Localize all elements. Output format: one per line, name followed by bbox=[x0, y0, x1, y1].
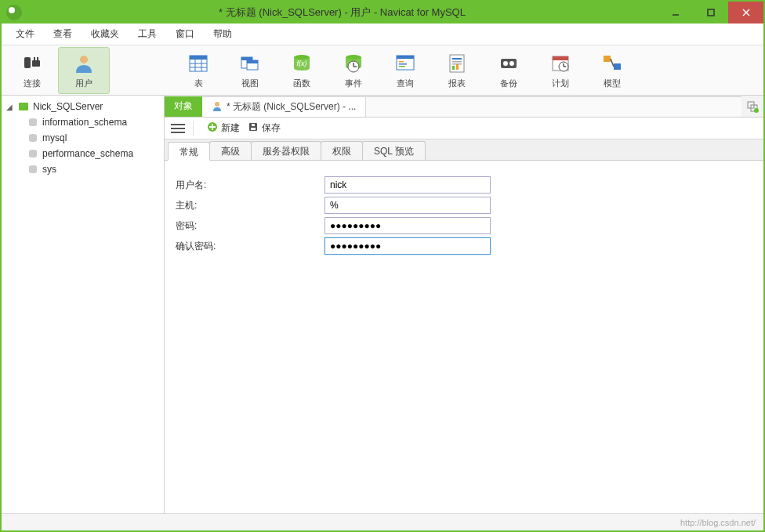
database-icon bbox=[27, 163, 39, 176]
toolbar-event[interactable]: 事件 bbox=[328, 47, 379, 94]
tree-connection[interactable]: ◢ Nick_SQLServer bbox=[2, 99, 164, 114]
svg-point-8 bbox=[80, 56, 88, 63]
toolbar-model[interactable]: 模型 bbox=[586, 47, 638, 94]
svg-text:f(x): f(x) bbox=[297, 60, 307, 67]
toolbar-schedule[interactable]: 计划 bbox=[535, 47, 586, 94]
subtab-general[interactable]: 常规 bbox=[168, 142, 210, 161]
svg-rect-18 bbox=[247, 60, 258, 63]
menu-icon[interactable] bbox=[171, 121, 185, 136]
svg-rect-61 bbox=[252, 124, 255, 126]
event-icon bbox=[341, 51, 366, 76]
table-icon bbox=[186, 51, 211, 76]
toolbar-function[interactable]: f(x) 函数 bbox=[276, 47, 328, 94]
toolbar-connection[interactable]: 连接 bbox=[6, 47, 58, 94]
label-confirm-password: 确认密码: bbox=[176, 240, 324, 253]
svg-rect-4 bbox=[24, 57, 31, 68]
svg-rect-28 bbox=[399, 63, 407, 65]
menu-window[interactable]: 窗口 bbox=[168, 24, 202, 44]
svg-rect-7 bbox=[37, 57, 38, 60]
svg-rect-26 bbox=[397, 56, 414, 59]
svg-rect-34 bbox=[452, 66, 455, 70]
svg-point-38 bbox=[509, 61, 514, 66]
toolbar-table[interactable]: 表 bbox=[172, 47, 224, 94]
svg-rect-16 bbox=[241, 57, 252, 60]
tree-db-sys[interactable]: sys bbox=[2, 161, 164, 177]
save-button[interactable]: 保存 bbox=[248, 121, 281, 135]
tree-root-label: Nick_SQLServer bbox=[33, 101, 103, 112]
menu-help[interactable]: 帮助 bbox=[205, 24, 240, 44]
menu-file[interactable]: 文件 bbox=[8, 24, 42, 44]
property-tabs: 常规 高级 服务器权限 权限 SQL 预览 bbox=[165, 139, 763, 160]
subtab-server-privileges[interactable]: 服务器权限 bbox=[251, 141, 321, 160]
document-tabs: 对象 * 无标题 (Nick_SQLServer) - ... bbox=[165, 96, 763, 118]
subtab-sql-preview[interactable]: SQL 预览 bbox=[362, 141, 426, 160]
caret-icon: ◢ bbox=[6, 103, 14, 111]
backup-icon bbox=[496, 51, 521, 76]
toolbar-user[interactable]: 用户 bbox=[58, 47, 110, 94]
input-host[interactable] bbox=[324, 197, 491, 214]
database-icon bbox=[27, 147, 39, 160]
toolbar-report[interactable]: 报表 bbox=[431, 47, 483, 94]
svg-rect-35 bbox=[456, 64, 459, 70]
svg-rect-44 bbox=[604, 56, 611, 62]
subtab-advanced[interactable]: 高级 bbox=[209, 141, 252, 160]
label-host: 主机: bbox=[176, 199, 324, 212]
menu-tools[interactable]: 工具 bbox=[130, 24, 165, 44]
svg-rect-6 bbox=[34, 57, 35, 60]
window-title: * 无标题 (Nick_SQLServer) - 用户 - Navicat fo… bbox=[27, 5, 658, 20]
database-icon bbox=[27, 132, 39, 144]
tree-label: performance_schema bbox=[42, 148, 133, 159]
svg-rect-32 bbox=[452, 61, 462, 63]
menubar: 文件 查看 收藏夹 工具 窗口 帮助 bbox=[2, 24, 763, 45]
close-button[interactable] bbox=[728, 2, 763, 24]
database-icon bbox=[27, 116, 39, 128]
input-password[interactable] bbox=[324, 217, 491, 234]
svg-point-52 bbox=[215, 102, 219, 107]
svg-line-46 bbox=[611, 59, 614, 67]
svg-rect-29 bbox=[399, 66, 405, 67]
view-icon bbox=[237, 51, 263, 76]
new-button[interactable]: 新建 bbox=[207, 121, 240, 135]
report-icon bbox=[444, 51, 470, 76]
label-password: 密码: bbox=[176, 219, 324, 233]
form-general: 用户名: 主机: 密码: 确认密码: bbox=[165, 160, 763, 513]
model-icon bbox=[600, 51, 625, 76]
minimize-button[interactable] bbox=[658, 2, 693, 24]
svg-rect-47 bbox=[19, 103, 28, 110]
tree-label: sys bbox=[42, 164, 56, 175]
svg-rect-40 bbox=[553, 56, 568, 60]
toolbar-view[interactable]: 视图 bbox=[224, 47, 276, 94]
menu-favorites[interactable]: 收藏夹 bbox=[83, 24, 127, 44]
toolbar-query[interactable]: 查询 bbox=[379, 47, 431, 94]
svg-rect-60 bbox=[251, 128, 256, 130]
user-small-icon bbox=[212, 100, 223, 114]
query-icon bbox=[393, 51, 418, 76]
user-icon bbox=[71, 51, 96, 76]
tree-db-mysql[interactable]: mysql bbox=[2, 130, 164, 146]
tree-db-information-schema[interactable]: information_schema bbox=[2, 114, 164, 130]
tree-label: mysql bbox=[42, 132, 67, 143]
footer-text: http://blog.csdn.net/ bbox=[680, 518, 756, 527]
app-icon bbox=[6, 5, 22, 20]
toolbar-backup[interactable]: 备份 bbox=[483, 47, 535, 94]
maximize-button[interactable] bbox=[693, 2, 728, 24]
tab-objects[interactable]: 对象 bbox=[165, 96, 202, 117]
svg-rect-5 bbox=[32, 60, 40, 67]
svg-rect-31 bbox=[452, 58, 462, 60]
duplicate-icon[interactable] bbox=[741, 100, 763, 113]
svg-point-37 bbox=[503, 61, 508, 66]
label-username: 用户名: bbox=[176, 179, 324, 192]
svg-point-55 bbox=[754, 108, 759, 113]
toolbar: 连接 用户 表 视图 f(x) 函数 事件 查询 报表 备份 计划 模型 bbox=[2, 45, 763, 96]
menu-view[interactable]: 查看 bbox=[45, 24, 80, 44]
input-username[interactable] bbox=[324, 176, 491, 194]
svg-rect-45 bbox=[614, 63, 621, 70]
subtab-privileges[interactable]: 权限 bbox=[321, 141, 363, 160]
sidebar: ◢ Nick_SQLServer information_schema mysq… bbox=[2, 96, 165, 513]
plug-icon bbox=[20, 51, 45, 76]
input-confirm-password[interactable] bbox=[324, 237, 491, 255]
status-bar: http://blog.csdn.net/ bbox=[2, 513, 763, 530]
tab-user-editor[interactable]: * 无标题 (Nick_SQLServer) - ... bbox=[202, 96, 366, 117]
svg-rect-10 bbox=[190, 56, 207, 60]
tree-db-performance-schema[interactable]: performance_schema bbox=[2, 146, 164, 161]
